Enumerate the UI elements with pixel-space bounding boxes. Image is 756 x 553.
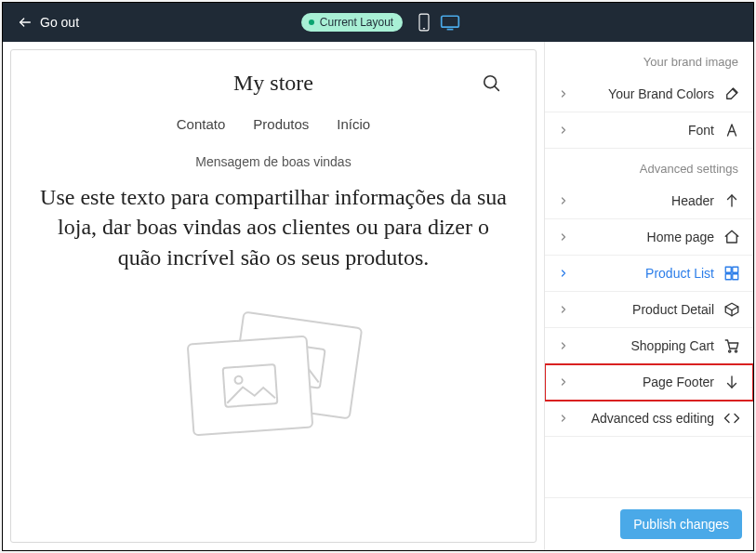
nav-contato[interactable]: Contato	[177, 116, 226, 132]
sidebar-item-header[interactable]: Header	[545, 183, 753, 219]
svg-rect-9	[223, 364, 278, 407]
group-brand-label: Your brand image	[545, 42, 753, 76]
arrow-left-icon	[18, 15, 33, 30]
sidebar-item-label: Font	[688, 123, 714, 138]
current-layout-badge: Current Layout	[301, 13, 403, 32]
settings-sidebar: Your brand image Your Brand Colors Font	[544, 42, 753, 550]
sidebar-item-product-list[interactable]: Product List	[545, 256, 753, 292]
store-title: My store	[84, 71, 463, 96]
chevron-right-icon	[558, 304, 569, 315]
sidebar-item-shopping-cart[interactable]: Shopping Cart	[545, 328, 753, 364]
group-advanced-label: Advanced settings	[545, 149, 753, 183]
go-out-label: Go out	[40, 15, 79, 30]
chevron-right-icon	[558, 376, 569, 388]
chevron-right-icon	[558, 88, 569, 99]
sidebar-item-brand-colors[interactable]: Your Brand Colors	[545, 76, 753, 112]
nav-produtos[interactable]: Produtos	[253, 116, 309, 132]
device-mobile-button[interactable]	[418, 13, 431, 32]
sidebar-item-product-detail[interactable]: Product Detail	[545, 292, 753, 328]
svg-rect-15	[725, 274, 731, 280]
desktop-icon	[440, 14, 460, 31]
sidebar-item-label: Product List	[645, 266, 714, 281]
chevron-right-icon	[558, 125, 569, 136]
arrow-down-icon	[723, 374, 740, 390]
nav-inicio[interactable]: Início	[337, 116, 370, 132]
go-out-button[interactable]: Go out	[18, 15, 79, 30]
arrow-up-icon	[723, 192, 740, 209]
search-button[interactable]	[482, 73, 502, 94]
sidebar-item-advanced-css[interactable]: Advanced css editing	[545, 401, 753, 437]
svg-point-18	[729, 350, 731, 352]
svg-rect-3	[442, 16, 459, 27]
svg-rect-13	[725, 267, 731, 272]
welcome-label: Mensagem de boas vindas	[11, 154, 536, 182]
sidebar-item-label: Page Footer	[643, 375, 714, 389]
cart-icon	[723, 337, 740, 354]
chevron-right-icon	[558, 340, 569, 351]
welcome-text: Use este texto para compartilhar informa…	[11, 182, 536, 300]
preview-pane: My store Início Produtos Contato Mensage…	[3, 42, 544, 550]
store-nav: Início Produtos Contato	[11, 109, 536, 154]
brush-icon	[723, 86, 740, 102]
sidebar-item-page-footer[interactable]: Page Footer	[545, 364, 753, 401]
sidebar-item-label: Home page	[647, 230, 714, 244]
chevron-right-icon	[558, 195, 569, 206]
device-desktop-button[interactable]	[440, 14, 460, 31]
status-dot-icon	[309, 20, 314, 25]
box-icon	[723, 301, 740, 318]
grid-icon	[723, 265, 740, 282]
sidebar-item-label: Advanced css editing	[591, 411, 714, 426]
search-icon	[482, 73, 502, 94]
sidebar-item-label: Product Detail	[632, 302, 714, 317]
chevron-right-icon	[558, 231, 569, 243]
svg-point-19	[735, 350, 736, 352]
badge-label: Current Layout	[320, 16, 393, 29]
sidebar-item-font[interactable]: Font	[545, 112, 753, 149]
sidebar-item-label: Shopping Cart	[630, 338, 714, 353]
mobile-icon	[418, 13, 431, 32]
top-bar: Go out Current Layout	[3, 3, 753, 42]
font-icon	[723, 122, 740, 138]
home-icon	[723, 229, 740, 245]
product-placeholder-area	[11, 300, 536, 542]
chevron-right-icon	[558, 268, 569, 279]
sidebar-item-label: Your Brand Colors	[608, 86, 714, 101]
image-placeholder-front	[187, 336, 314, 437]
svg-line-6	[495, 86, 499, 90]
publish-button[interactable]: Publish changes	[620, 509, 742, 539]
chevron-right-icon	[558, 413, 569, 424]
image-icon	[220, 362, 279, 409]
code-icon	[723, 410, 740, 427]
svg-point-10	[234, 376, 243, 385]
sidebar-item-label: Header	[671, 193, 714, 208]
svg-rect-14	[733, 267, 738, 272]
sidebar-item-home-page[interactable]: Home page	[545, 219, 753, 256]
svg-rect-16	[733, 274, 738, 280]
